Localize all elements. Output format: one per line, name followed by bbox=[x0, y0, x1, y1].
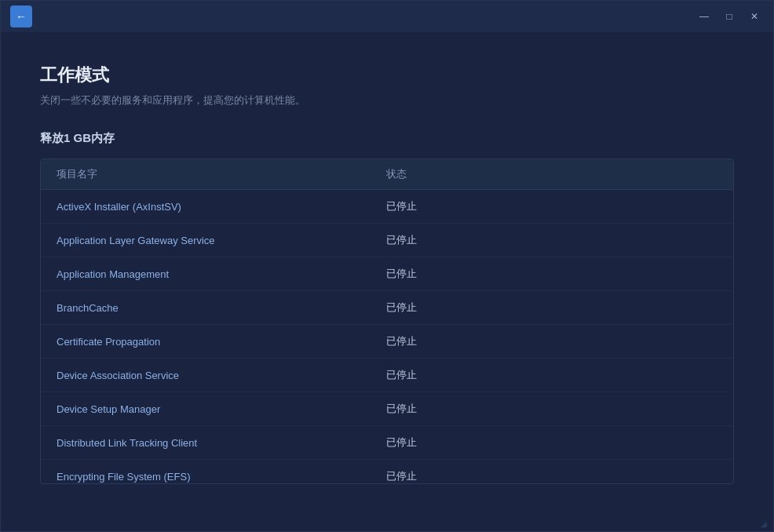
table-header: 项目名字 状态 bbox=[41, 159, 733, 190]
table-row[interactable]: Distributed Link Tracking Client已停止 bbox=[41, 426, 733, 460]
table-row[interactable]: Application Layer Gateway Service已停止 bbox=[41, 224, 733, 257]
cell-service-name: Application Layer Gateway Service bbox=[57, 235, 386, 246]
back-icon: ← bbox=[16, 10, 27, 23]
page-subtitle: 关闭一些不必要的服务和应用程序，提高您的计算机性能。 bbox=[40, 93, 734, 107]
minimize-button[interactable]: — bbox=[695, 7, 714, 26]
cell-service-name: Distributed Link Tracking Client bbox=[57, 437, 386, 449]
cell-service-status: 已停止 bbox=[386, 233, 717, 247]
column-header-name: 项目名字 bbox=[57, 167, 386, 181]
cell-service-status: 已停止 bbox=[386, 469, 717, 483]
cell-service-status: 已停止 bbox=[386, 199, 717, 213]
close-icon: ✕ bbox=[750, 11, 758, 22]
table-row[interactable]: BranchCache已停止 bbox=[41, 291, 733, 325]
back-button[interactable]: ← bbox=[10, 5, 32, 27]
services-table: 项目名字 状态 ActiveX Installer (AxInstSV)已停止A… bbox=[40, 159, 734, 484]
cell-service-name: Device Association Service bbox=[57, 370, 386, 381]
maximize-button[interactable]: □ bbox=[720, 7, 739, 26]
cell-service-status: 已停止 bbox=[386, 301, 717, 315]
cell-service-name: Device Setup Manager bbox=[57, 403, 386, 415]
page-title: 工作模式 bbox=[40, 64, 734, 87]
cell-service-status: 已停止 bbox=[386, 334, 717, 348]
cell-service-name: Application Management bbox=[57, 268, 386, 280]
main-window: ← — □ ✕ 工作模式 关闭一些不必要的服务和应用程序，提高您的计算机性能。 … bbox=[0, 0, 774, 532]
maximize-icon: □ bbox=[726, 11, 732, 22]
cell-service-name: BranchCache bbox=[57, 302, 386, 314]
table-row[interactable]: Device Association Service已停止 bbox=[41, 359, 733, 392]
resize-icon: ◢ bbox=[761, 519, 767, 528]
table-row[interactable]: Device Setup Manager已停止 bbox=[41, 392, 733, 426]
title-bar-controls: — □ ✕ bbox=[695, 7, 764, 26]
table-row[interactable]: Application Management已停止 bbox=[41, 257, 733, 291]
close-button[interactable]: ✕ bbox=[745, 7, 764, 26]
table-row[interactable]: Encrypting File System (EFS)已停止 bbox=[41, 460, 733, 483]
cell-service-name: ActiveX Installer (AxInstSV) bbox=[57, 201, 386, 213]
title-bar: ← — □ ✕ bbox=[1, 1, 773, 32]
cell-service-name: Encrypting File System (EFS) bbox=[57, 471, 386, 483]
minimize-icon: — bbox=[699, 11, 709, 22]
title-bar-left: ← bbox=[10, 5, 32, 27]
section-title: 释放1 GB内存 bbox=[40, 131, 734, 146]
cell-service-name: Certificate Propagation bbox=[57, 336, 386, 348]
cell-service-status: 已停止 bbox=[386, 435, 717, 450]
cell-service-status: 已停止 bbox=[386, 402, 717, 416]
table-body[interactable]: ActiveX Installer (AxInstSV)已停止Applicati… bbox=[41, 190, 733, 483]
content-area: 工作模式 关闭一些不必要的服务和应用程序，提高您的计算机性能。 释放1 GB内存… bbox=[1, 32, 773, 516]
table-row[interactable]: Certificate Propagation已停止 bbox=[41, 325, 733, 359]
column-header-status: 状态 bbox=[386, 167, 717, 181]
cell-service-status: 已停止 bbox=[386, 267, 717, 281]
cell-service-status: 已停止 bbox=[386, 368, 717, 382]
bottom-bar: ◢ bbox=[1, 516, 773, 531]
table-row[interactable]: ActiveX Installer (AxInstSV)已停止 bbox=[41, 190, 733, 224]
